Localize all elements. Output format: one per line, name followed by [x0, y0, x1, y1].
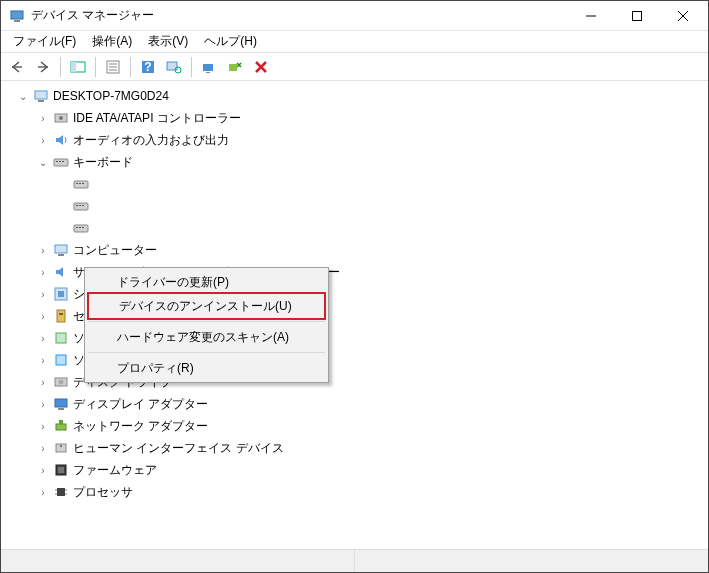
security-icon	[53, 308, 69, 324]
menu-help[interactable]: ヘルプ(H)	[196, 30, 265, 53]
tree-item[interactable]: ›ネットワーク アダプター	[1, 415, 708, 437]
svg-rect-0	[11, 11, 23, 19]
tree-label: ヒューマン インターフェイス デバイス	[73, 440, 284, 457]
svg-rect-30	[76, 183, 78, 184]
swcomp-icon	[53, 330, 69, 346]
expand-toggle[interactable]: ›	[35, 264, 51, 280]
svg-rect-48	[56, 355, 66, 365]
svg-rect-18	[203, 64, 213, 71]
expand-toggle[interactable]: ›	[35, 308, 51, 324]
svg-rect-53	[56, 424, 66, 430]
tree-label: IDE ATA/ATAPI コントローラー	[73, 110, 241, 127]
keyboard-icon	[73, 220, 89, 236]
expand-toggle[interactable]: ›	[35, 352, 51, 368]
ctx-separator	[88, 352, 325, 353]
svg-rect-51	[55, 399, 67, 407]
svg-rect-25	[54, 159, 68, 166]
keyboard-icon	[53, 154, 69, 170]
computer-icon	[53, 242, 69, 258]
tree-item[interactable]: ›IDE ATA/ATAPI コントローラー	[1, 107, 708, 129]
svg-rect-35	[79, 205, 81, 206]
tree-item[interactable]	[1, 217, 708, 239]
hid-icon	[53, 440, 69, 456]
svg-rect-39	[79, 227, 81, 228]
ctx-scan-hardware[interactable]: ハードウェア変更のスキャン(A)	[87, 325, 326, 349]
status-bar	[1, 550, 708, 572]
app-icon	[9, 8, 25, 24]
disable-device-button[interactable]	[249, 55, 273, 79]
status-pane	[1, 550, 355, 572]
disk-icon	[53, 374, 69, 390]
update-driver-button[interactable]	[197, 55, 221, 79]
svg-rect-19	[206, 72, 210, 73]
expand-toggle[interactable]: ›	[35, 110, 51, 126]
back-button[interactable]	[5, 55, 29, 79]
expand-toggle[interactable]: ›	[35, 462, 51, 478]
window-buttons	[568, 1, 706, 30]
svg-rect-36	[82, 205, 84, 206]
svg-rect-21	[35, 91, 47, 99]
svg-rect-47	[56, 333, 66, 343]
show-hide-console-button[interactable]	[66, 55, 90, 79]
svg-rect-33	[74, 203, 88, 210]
tree-item[interactable]	[1, 173, 708, 195]
tree-item[interactable]: ›ディスプレイ アダプター	[1, 393, 708, 415]
expand-toggle[interactable]: ›	[35, 484, 51, 500]
expand-toggle[interactable]: ›	[35, 132, 51, 148]
keyboard-icon	[73, 198, 89, 214]
window-title: デバイス マネージャー	[31, 7, 568, 24]
svg-rect-1	[14, 20, 20, 22]
expand-toggle[interactable]: ›	[35, 330, 51, 346]
help-button[interactable]: ?	[136, 55, 160, 79]
tree-root[interactable]: ⌄ DESKTOP-7MG0D24	[1, 85, 708, 107]
uninstall-device-button[interactable]	[223, 55, 247, 79]
menu-view[interactable]: 表示(V)	[140, 30, 196, 53]
svg-rect-9	[71, 62, 76, 72]
close-button[interactable]	[660, 1, 706, 30]
expand-toggle[interactable]: ›	[35, 242, 51, 258]
svg-rect-28	[62, 161, 64, 162]
forward-button[interactable]	[31, 55, 55, 79]
menu-action[interactable]: 操作(A)	[84, 30, 140, 53]
tree-item[interactable]: ›ファームウェア	[1, 459, 708, 481]
svg-rect-59	[57, 488, 65, 496]
svg-point-50	[59, 380, 64, 385]
svg-point-56	[60, 445, 62, 447]
display-icon	[53, 396, 69, 412]
toolbar-separator	[60, 57, 61, 77]
expand-toggle[interactable]: ›	[35, 396, 51, 412]
svg-rect-32	[82, 183, 84, 184]
expand-toggle[interactable]: ›	[35, 418, 51, 434]
expand-toggle[interactable]: ⌄	[35, 154, 51, 170]
svg-rect-44	[58, 291, 64, 297]
tree-item[interactable]: ›オーディオの入力および出力	[1, 129, 708, 151]
menu-file[interactable]: ファイル(F)	[5, 30, 84, 53]
svg-rect-29	[74, 181, 88, 188]
ctx-update-driver[interactable]: ドライバーの更新(P)	[87, 270, 326, 294]
tree-item[interactable]: ⌄キーボード	[1, 151, 708, 173]
svg-rect-34	[76, 205, 78, 206]
ctx-properties[interactable]: プロパティ(R)	[87, 356, 326, 380]
tree-item[interactable]: ›プロセッサ	[1, 481, 708, 503]
expand-toggle[interactable]: ›	[35, 286, 51, 302]
swdev-icon	[53, 352, 69, 368]
svg-rect-58	[58, 467, 64, 473]
svg-rect-27	[59, 161, 61, 162]
svg-rect-26	[56, 161, 58, 162]
expand-toggle[interactable]: ›	[35, 374, 51, 390]
ctx-uninstall-device[interactable]: デバイスのアンインストール(U)	[89, 294, 324, 318]
tree-item[interactable]: ›コンピューター	[1, 239, 708, 261]
properties-button[interactable]	[101, 55, 125, 79]
tree-item[interactable]: ›ヒューマン インターフェイス デバイス	[1, 437, 708, 459]
svg-rect-45	[57, 310, 65, 322]
scan-hardware-button[interactable]	[162, 55, 186, 79]
expand-toggle[interactable]: ›	[35, 440, 51, 456]
svg-rect-42	[58, 254, 64, 256]
maximize-button[interactable]	[614, 1, 660, 30]
system-icon	[53, 286, 69, 302]
tree-item[interactable]	[1, 195, 708, 217]
svg-rect-54	[59, 420, 63, 424]
ctx-separator	[88, 321, 325, 322]
expand-toggle[interactable]: ⌄	[15, 88, 31, 104]
minimize-button[interactable]	[568, 1, 614, 30]
